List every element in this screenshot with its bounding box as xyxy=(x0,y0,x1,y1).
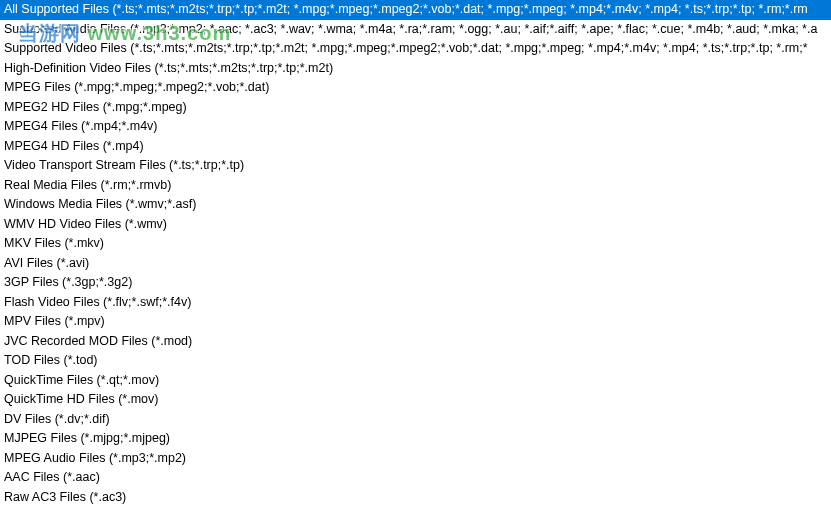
file-type-option[interactable]: TOD Files (*.tod) xyxy=(0,351,831,371)
file-type-option[interactable]: Real Media Files (*.rm;*.rmvb) xyxy=(0,176,831,196)
file-type-option[interactable]: All Supported Files (*.ts;*.mts;*.m2ts;*… xyxy=(0,0,831,20)
file-type-option[interactable]: MJPEG Files (*.mjpg;*.mjpeg) xyxy=(0,429,831,449)
file-type-option[interactable]: MPEG Files (*.mpg;*.mpeg;*.mpeg2;*.vob;*… xyxy=(0,78,831,98)
file-type-option[interactable]: MPEG2 HD Files (*.mpg;*.mpeg) xyxy=(0,98,831,118)
file-type-option[interactable]: Windows Media Files (*.wmv;*.asf) xyxy=(0,195,831,215)
file-type-dropdown-list[interactable]: All Supported Files (*.ts;*.mts;*.m2ts;*… xyxy=(0,0,831,511)
file-type-option[interactable]: MPEG Audio Files (*.mp3;*.mp2) xyxy=(0,449,831,469)
file-type-option[interactable]: Flash Video Files (*.flv;*.swf;*.f4v) xyxy=(0,293,831,313)
file-type-option[interactable]: Supported Video Files (*.ts;*.mts;*.m2ts… xyxy=(0,39,831,59)
file-type-option[interactable]: JVC Recorded MOD Files (*.mod) xyxy=(0,332,831,352)
file-type-option[interactable]: Raw AC3 Files (*.ac3) xyxy=(0,488,831,508)
file-type-option[interactable]: Supported Audio Files (*.mp3;*.mp2; *.aa… xyxy=(0,20,831,40)
file-type-option[interactable]: QuickTime Files (*.qt;*.mov) xyxy=(0,371,831,391)
file-type-option[interactable]: QuickTime HD Files (*.mov) xyxy=(0,390,831,410)
file-type-option[interactable]: MPEG4 Files (*.mp4;*.m4v) xyxy=(0,117,831,137)
file-type-option[interactable]: AVI Files (*.avi) xyxy=(0,254,831,274)
file-type-option[interactable]: WAV Files (*.wav) xyxy=(0,507,831,511)
file-type-option[interactable]: 3GP Files (*.3gp;*.3g2) xyxy=(0,273,831,293)
file-type-option[interactable]: AAC Files (*.aac) xyxy=(0,468,831,488)
file-type-option[interactable]: MPEG4 HD Files (*.mp4) xyxy=(0,137,831,157)
file-type-option[interactable]: High-Definition Video Files (*.ts;*.mts;… xyxy=(0,59,831,79)
file-type-option[interactable]: Video Transport Stream Files (*.ts;*.trp… xyxy=(0,156,831,176)
file-type-option[interactable]: MPV Files (*.mpv) xyxy=(0,312,831,332)
file-type-option[interactable]: MKV Files (*.mkv) xyxy=(0,234,831,254)
file-type-option[interactable]: DV Files (*.dv;*.dif) xyxy=(0,410,831,430)
file-type-option[interactable]: WMV HD Video Files (*.wmv) xyxy=(0,215,831,235)
